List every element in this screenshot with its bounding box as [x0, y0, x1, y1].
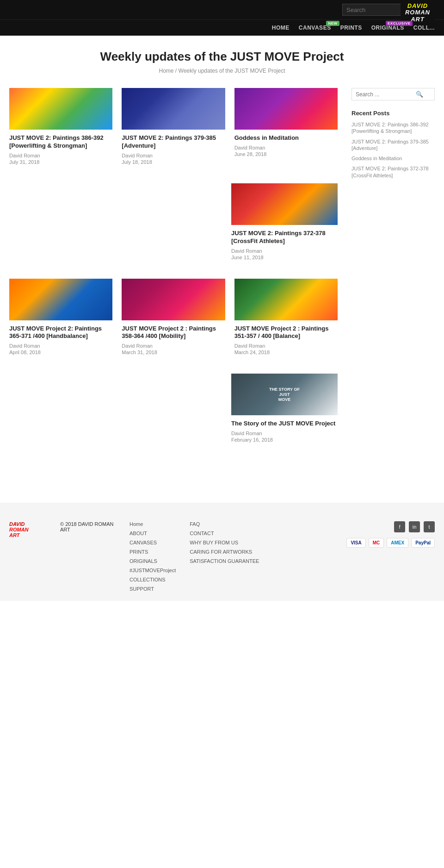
post-title[interactable]: JUST MOVE Project 2: Paintings 365-371 /… — [9, 325, 112, 341]
page-main: Weekly updates of the JUST MOVE Project … — [0, 36, 444, 475]
post-title[interactable]: JUST MOVE Project 2 : Paintings 351-357 … — [234, 325, 338, 341]
nav-bar: HOME CANVASES NEW PRINTS ORIGINALS EXCLU… — [0, 19, 444, 36]
post-date: April 08, 2018 — [9, 350, 112, 355]
post-card: JUST MOVE Project 2: Paintings 365-371 /… — [9, 279, 112, 356]
footer-nav-justmove[interactable]: #JUSTMOVEProject — [130, 568, 176, 573]
nav-canvases[interactable]: CANVASES NEW — [299, 25, 331, 31]
footer-logo: DAVID ROMAN ART — [9, 521, 46, 538]
nav-prints[interactable]: PRINTS — [340, 25, 362, 31]
post-title[interactable]: JUST MOVE 2: Paintings 372-378 [CrossFit… — [231, 230, 338, 245]
post-card: Goddess in Meditation David Roman June 2… — [234, 88, 338, 165]
post-author: David Roman — [9, 343, 112, 349]
breadcrumb: Home / Weekly updates of the JUST MOVE P… — [9, 68, 435, 74]
post-title[interactable]: JUST MOVE 2: Paintings 379-385 [Adventur… — [122, 134, 225, 150]
nav-collections[interactable]: COLL... — [413, 25, 435, 31]
footer-nav-caring[interactable]: CARING FOR ARTWORKS — [190, 549, 259, 555]
post-date: July 18, 2018 — [122, 159, 225, 165]
footer-nav-col-1: Home ABOUT CANVASES PRINTS ORIGINALS #JU… — [130, 521, 176, 592]
post-row-3: JUST MOVE Project 2: Paintings 365-371 /… — [9, 279, 338, 356]
footer-nav-satisfaction[interactable]: SATISFACTION GUARANTEE — [190, 558, 259, 564]
post-card: JUST MOVE Project 2 : Paintings 351-357 … — [234, 279, 338, 356]
thumb-text: THE STORY OFJUSTMOVE — [269, 387, 300, 402]
footer-logo-text: DAVID ROMAN ART — [9, 521, 46, 538]
footer-nav-support[interactable]: SUPPORT — [130, 586, 176, 592]
post-thumbnail[interactable] — [234, 279, 338, 320]
main-content: JUST MOVE 2: Paintings 386-392 [Powerlif… — [9, 88, 338, 461]
post-row-2: JUST MOVE 2: Paintings 372-378 [CrossFit… — [9, 183, 338, 260]
page-title: Weekly updates of the JUST MOVE Project — [9, 50, 435, 64]
post-date: June 11, 2018 — [231, 255, 338, 260]
post-date: February 16, 2018 — [231, 437, 338, 443]
post-author: David Roman — [122, 153, 225, 158]
post-title[interactable]: JUST MOVE 2: Paintings 386-392 [Powerlif… — [9, 134, 112, 150]
footer-nav-originals[interactable]: ORIGINALS — [130, 558, 176, 564]
post-title[interactable]: JUST MOVE Project 2 : Paintings 358-364 … — [122, 325, 225, 341]
post-author: David Roman — [9, 153, 112, 158]
post-card: JUST MOVE 2: Paintings 379-385 [Adventur… — [122, 88, 225, 165]
header-top-bar: 🔍 DAVID ROMAN ART — [0, 0, 444, 19]
post-thumbnail[interactable] — [231, 183, 338, 225]
footer-right: f in t VISA MC AMEX PayPal — [346, 521, 435, 548]
content-area: JUST MOVE 2: Paintings 386-392 [Powerlif… — [9, 88, 435, 461]
post-thumbnail[interactable]: THE STORY OFJUSTMOVE — [231, 374, 338, 415]
footer-nav-collections[interactable]: COLLECTIONS — [130, 577, 176, 582]
post-thumbnail[interactable] — [122, 279, 225, 320]
sidebar-recent-post[interactable]: Goddess in Meditation — [352, 155, 435, 162]
footer-copyright: © 2018 DAVID ROMAN ART — [60, 521, 116, 532]
nav-originals[interactable]: ORIGINALS EXCLUSIVE — [371, 25, 404, 31]
post-card: JUST MOVE Project 2 : Paintings 358-364 … — [122, 279, 225, 356]
post-thumbnail[interactable] — [234, 88, 338, 130]
instagram-icon[interactable]: in — [409, 521, 420, 532]
sidebar-search-wrap[interactable]: 🔍 — [352, 88, 435, 100]
post-date: June 28, 2018 — [234, 151, 338, 157]
post-thumbnail[interactable] — [9, 88, 112, 130]
footer-nav-faq[interactable]: FAQ — [190, 521, 259, 527]
logo-text: DAVID ROMAN ART — [405, 3, 430, 23]
twitter-icon[interactable]: t — [424, 521, 435, 532]
footer-nav-canvases[interactable]: CANVASES — [130, 540, 176, 545]
site-header: 🔍 DAVID ROMAN ART HOME CANVASES NEW PRIN… — [0, 0, 444, 36]
site-footer: DAVID ROMAN ART © 2018 DAVID ROMAN ART H… — [0, 503, 444, 601]
post-title[interactable]: The Story of the JUST MOVE Project — [231, 420, 338, 428]
recent-posts-title: Recent Posts — [352, 110, 435, 117]
post-card: JUST MOVE 2: Paintings 372-378 [CrossFit… — [231, 183, 338, 260]
breadcrumb-home[interactable]: Home — [159, 68, 173, 74]
amex-payment-icon: AMEX — [387, 538, 408, 548]
footer-payment: VISA MC AMEX PayPal — [346, 538, 435, 548]
post-date: March 24, 2018 — [234, 350, 338, 355]
mastercard-payment-icon: MC — [369, 538, 384, 548]
footer-inner: DAVID ROMAN ART © 2018 DAVID ROMAN ART H… — [9, 521, 435, 592]
footer-nav-why-buy[interactable]: WHY BUY FROM US — [190, 540, 259, 545]
post-author: David Roman — [231, 248, 338, 254]
post-date: July 31, 2018 — [9, 159, 112, 165]
post-author: David Roman — [231, 431, 338, 436]
post-card: JUST MOVE 2: Paintings 386-392 [Powerlif… — [9, 88, 112, 165]
post-card: THE STORY OFJUSTMOVE The Story of the JU… — [231, 374, 338, 443]
sidebar-recent-post[interactable]: JUST MOVE 2: Paintings 372-378 [CrossFit… — [352, 165, 435, 179]
breadcrumb-current: Weekly updates of the JUST MOVE Project — [179, 68, 285, 74]
nav-home[interactable]: HOME — [272, 25, 290, 31]
post-row-4: THE STORY OFJUSTMOVE The Story of the JU… — [9, 374, 338, 443]
post-title[interactable]: Goddess in Meditation — [234, 134, 338, 142]
footer-nav-prints[interactable]: PRINTS — [130, 549, 176, 555]
footer-nav-contact[interactable]: CONTACT — [190, 531, 259, 536]
post-row-1: JUST MOVE 2: Paintings 386-392 [Powerlif… — [9, 88, 338, 165]
footer-nav-home[interactable]: Home — [130, 521, 176, 527]
sidebar-search-input[interactable] — [356, 91, 416, 98]
post-thumbnail[interactable] — [122, 88, 225, 130]
paypal-payment-icon: PayPal — [411, 538, 435, 548]
post-author: David Roman — [234, 145, 338, 150]
sidebar-recent-post[interactable]: JUST MOVE 2: Paintings 386-392 [Powerlif… — [352, 121, 435, 135]
exclusive-badge: EXCLUSIVE — [386, 21, 413, 26]
post-thumbnail[interactable] — [9, 279, 112, 320]
footer-nav-col-2: FAQ CONTACT WHY BUY FROM US CARING FOR A… — [190, 521, 259, 564]
facebook-icon[interactable]: f — [394, 521, 405, 532]
footer-social: f in t — [394, 521, 435, 532]
visa-payment-icon: VISA — [346, 538, 365, 548]
search-icon: 🔍 — [416, 91, 423, 98]
post-author: David Roman — [122, 343, 225, 349]
footer-nav-about[interactable]: ABOUT — [130, 531, 176, 536]
post-date: March 31, 2018 — [122, 350, 225, 355]
sidebar-recent-post[interactable]: JUST MOVE 2: Paintings 379-385 [Adventur… — [352, 138, 435, 152]
post-author: David Roman — [234, 343, 338, 349]
